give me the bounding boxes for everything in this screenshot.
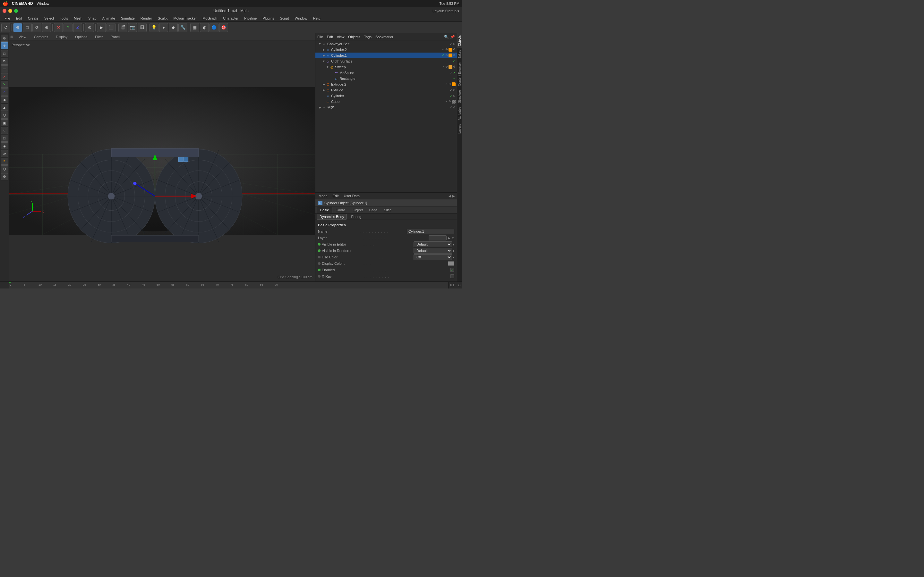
display-color-swatch[interactable] [448,261,454,266]
expand-arrow[interactable]: ▶ [322,53,326,57]
menu-create[interactable]: Create [25,16,41,21]
bend-tool[interactable]: ▱ [1,150,8,157]
x-axis[interactable]: ✕ [54,23,63,32]
expand-arrow[interactable]: ▼ [326,65,330,69]
maximize-btn[interactable] [14,9,18,13]
gear-tool[interactable]: ⚙ [1,173,8,180]
add-tool[interactable]: ⊕ [42,23,51,32]
z-left[interactable]: Z [1,89,8,95]
magnet-tool[interactable]: ◈ [1,142,8,149]
knife-tool[interactable]: □ [1,135,8,142]
panel-pin-icon[interactable]: 📌 [450,35,455,39]
y-left[interactable]: Y [1,81,8,88]
search-icon[interactable]: 🔍 [444,35,449,39]
layer-circle-icon[interactable]: ⊙ [452,236,454,240]
content-browser-tab[interactable]: Content Browser [457,60,462,88]
view-tab[interactable]: View [17,34,28,39]
props-mode[interactable]: Mode [317,193,329,198]
menu-help[interactable]: Help [310,16,323,21]
undo-btn[interactable]: ↺ [1,23,10,32]
objects-tab[interactable]: Objects [457,33,462,48]
select-tool[interactable]: ⊙ [1,35,8,42]
camera-btn[interactable]: 📷 [128,23,137,32]
record-btn[interactable]: ⬛ [107,23,115,32]
add-left[interactable]: ━━ [1,65,8,73]
props-fwd-icon[interactable]: ▶ [452,194,455,198]
panel-tags[interactable]: Tags [364,35,372,39]
rotate-tool-left[interactable]: ⟳ [1,58,8,65]
tree-item-conveyor-belt[interactable]: ▼ ○ Conveyor Belt ✓ ⊙ [315,41,457,47]
tree-item-sweep[interactable]: ▼ ◎ Sweep ✓ ⊙ ⚙ [315,64,457,70]
select-arrow-icon[interactable]: ▾ [453,249,454,253]
expand-arrow[interactable]: ▼ [318,42,322,46]
render-view[interactable]: 🎬 [118,23,128,32]
tree-item-cylinder1[interactable]: ▶ ○ Cylinder.1 ✓ ⊙ ⚙ [315,53,457,58]
tree-item-world[interactable]: ▶ ○ 원본 ✓ ⊙ [315,105,457,110]
expand-arrow[interactable]: ▶ [322,88,326,92]
menu-mograph[interactable]: MoGraph [200,16,220,21]
display-tab[interactable]: Display [54,34,69,39]
menu-select[interactable]: Select [42,16,57,21]
paint-tool[interactable]: ▣ [1,119,8,126]
visible-editor-select[interactable]: Default On Off [414,242,452,247]
tab-object[interactable]: Object [349,207,366,213]
anim-btn[interactable]: 🎞 [137,23,147,32]
menu-render[interactable]: Render [138,16,155,21]
tab-basic[interactable]: Basic [317,207,333,213]
layout-selector[interactable]: Layout: Startup ▾ [433,9,459,13]
expand-arrow[interactable]: ▼ [322,59,326,63]
menu-motion-tracker[interactable]: Motion Tracker [171,16,199,21]
scale-tool[interactable]: □ [23,23,32,32]
play-btn[interactable]: ▶ [97,23,106,32]
enabled-checkbox[interactable]: ✓ [451,268,454,272]
timeline-ruler[interactable]: 0 5 10 15 20 25 30 35 40 45 50 55 60 65 … [9,282,448,289]
menu-plugins[interactable]: Plugins [260,16,276,21]
tab-slice[interactable]: Slice [381,207,395,213]
takes-tab[interactable]: Takes [457,48,462,60]
panel-bookmarks[interactable]: Bookmarks [375,35,393,39]
move-tool-left[interactable]: ✛ [1,42,8,49]
cameras-tab[interactable]: Cameras [32,34,50,39]
options-tab[interactable]: Options [73,34,89,39]
tree-item-cylinder2[interactable]: ▶ ○ Cylinder.2 ✓ ⊙ ⚙ [315,47,457,53]
poly-tool[interactable]: ◆ [1,96,8,103]
panel-objects[interactable]: Objects [348,35,360,39]
subtab-phong[interactable]: Phong [348,214,364,219]
menu-script[interactable]: Script [278,16,292,21]
cube-btn[interactable]: ◆ [169,23,178,32]
layer-arrow-icon[interactable]: ▶ [448,236,451,240]
expand-arrow[interactable]: ▶ [318,105,322,109]
panel-file[interactable]: File [317,35,323,39]
use-color-select[interactable]: Off On Auto [414,254,452,260]
scroll-handle[interactable]: ⟨⟩ [457,282,462,289]
grid-btn[interactable]: ▦ [190,23,199,32]
tree-item-extrude2[interactable]: ▶ ⬡ Extrude.2 ✓ ⊙ [315,81,457,87]
panel-tab[interactable]: Panel [109,34,121,39]
rotate-tool[interactable]: ⟳ [32,23,41,32]
menu-pipeline[interactable]: Pipeline [242,16,259,21]
light-btn[interactable]: 💡 [150,23,158,32]
filter-tab[interactable]: Filter [93,34,105,39]
menu-file[interactable]: File [2,16,13,21]
props-edit[interactable]: Edit [331,193,340,198]
tab-coord[interactable]: Coord. [333,207,349,213]
app-name[interactable]: CINEMA 4D [12,1,33,6]
sphere-btn[interactable]: ● [159,23,168,32]
xray-checkbox[interactable] [451,274,454,278]
viewport[interactable]: Perspective [9,40,315,282]
minimize-btn[interactable] [8,9,12,13]
edge-tool[interactable]: ▲ [1,104,8,111]
move-tool[interactable]: ⊕ [13,23,22,32]
menu-tools[interactable]: Tools [57,16,71,21]
menu-edit[interactable]: Edit [13,16,25,21]
props-name-input[interactable] [407,229,454,234]
props-user-data[interactable]: User Data [342,193,361,198]
target-btn[interactable]: 🎯 [219,23,228,32]
tree-item-extrude[interactable]: ▶ ⬡ Extrude ✓ ⊙ [315,87,457,93]
structure-tab[interactable]: Structure [457,88,462,105]
visible-renderer-select[interactable]: Default On Off [414,248,452,253]
half-btn[interactable]: ◐ [200,23,209,32]
measure-tool[interactable]: ○ [1,127,8,134]
tree-item-mospline[interactable]: 〜 MoSpline ✓ ✓ [315,70,457,76]
smooth-tool[interactable]: S [1,158,8,165]
